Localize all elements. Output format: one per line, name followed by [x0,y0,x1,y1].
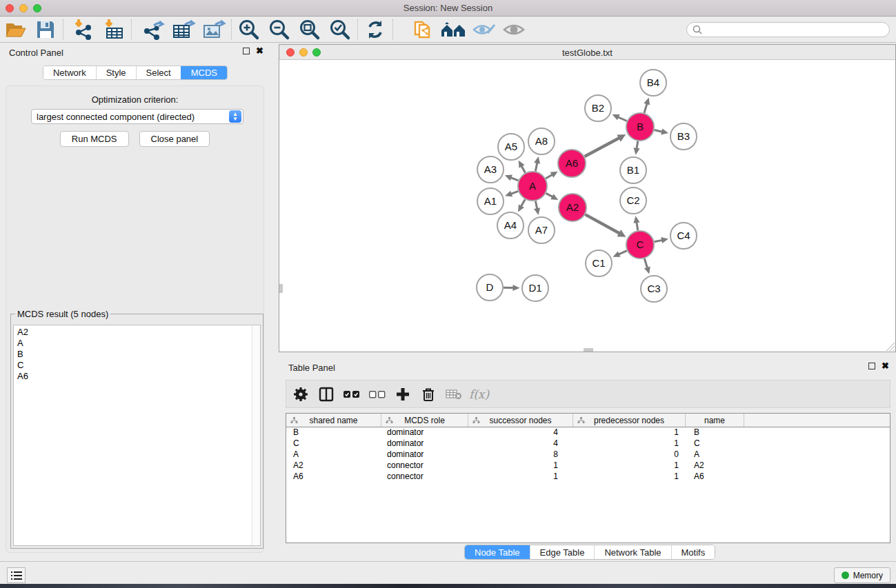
table-cell[interactable]: 1 [468,460,573,472]
close-window-button[interactable] [6,4,14,12]
close-panel-button[interactable]: Close panel [139,131,210,147]
network-window-titlebar[interactable]: testGlobe.txt [279,45,895,60]
table-cell[interactable]: A [686,449,744,460]
table-cell[interactable] [744,449,890,460]
graph-edge-C-C1[interactable] [619,251,627,254]
graph-edge-A-A3[interactable] [510,178,518,181]
tab-network-table[interactable]: Network Table [594,545,670,559]
graph-edge-A-A8[interactable] [535,163,537,172]
graph-node-C4[interactable]: C4 [670,223,697,249]
hide-details-button[interactable] [468,17,499,42]
graph-edge-A-A1[interactable] [511,191,519,194]
graph-edge-A-A6[interactable] [546,174,552,179]
export-image-button[interactable] [199,17,229,42]
table-cell[interactable]: A6 [686,472,744,483]
graph-edge-A-A5[interactable] [521,166,525,173]
mcds-result-item[interactable]: A6 [17,371,252,382]
table-cell[interactable]: 1 [573,438,686,449]
horizontal-scroll-thumb[interactable] [584,348,593,352]
criterion-select[interactable]: largest connected component (directed) ▲… [31,109,243,124]
graph-node-C2[interactable]: C2 [620,187,646,214]
window-titlebar[interactable]: Session: New Session [0,0,896,17]
search-field[interactable] [686,22,890,37]
graph-edge-B-B4[interactable] [644,103,647,113]
mcds-result-item[interactable]: B [17,349,252,360]
task-history-button[interactable] [7,567,26,583]
split-columns-button[interactable] [313,382,339,407]
save-session-button[interactable] [30,17,61,42]
open-session-button[interactable] [0,17,30,42]
graph-node-A4[interactable]: A4 [497,212,524,239]
zoom-window-button[interactable] [33,4,41,12]
table-cell[interactable]: 1 [573,427,686,438]
search-input[interactable] [705,25,889,34]
table-cell[interactable]: 1 [573,460,686,472]
table-cell[interactable]: 1 [573,472,686,483]
graph-node-D1[interactable]: D1 [522,275,548,301]
table-cell[interactable] [744,438,890,449]
zoom-fit-button[interactable] [295,17,325,42]
table-cell[interactable]: connector [381,472,468,483]
table-cell[interactable]: 4 [468,438,573,449]
tab-edge-table[interactable]: Edge Table [530,545,595,559]
column-header-successor-nodes[interactable]: successor nodes [468,414,573,427]
zoom-selected-button[interactable] [325,17,355,42]
close-panel-icon[interactable]: ✖ [256,48,263,54]
table-row[interactable]: Adominator80A [286,449,890,460]
zoom-out-button[interactable] [264,17,295,42]
graph-node-B4[interactable]: B4 [640,70,666,96]
tab-style[interactable]: Style [96,66,136,79]
deselect-all-button[interactable] [364,382,390,407]
graph-node-A[interactable]: A [518,172,547,201]
import-table-button[interactable] [99,17,129,42]
tab-network[interactable]: Network [43,66,96,79]
float-panel-icon[interactable] [243,48,250,54]
mcds-result-item[interactable]: C [17,360,252,371]
graph-edge-B-B3[interactable] [654,130,662,132]
column-header-name[interactable]: name [686,414,744,427]
graph-node-C[interactable]: C [626,231,654,258]
zoom-in-button[interactable] [234,17,264,42]
table-cell[interactable]: 0 [573,449,686,460]
table-cell[interactable]: 1 [468,472,573,483]
table-cell[interactable]: A2 [286,460,381,472]
graph-edge-C-C2[interactable] [637,222,638,230]
table-cell[interactable]: C [686,438,744,449]
first-neighbors-button[interactable] [438,17,468,42]
graph-edge-A-A4[interactable] [521,199,525,206]
tab-select[interactable]: Select [136,66,181,79]
column-header-mcds-role[interactable]: MCDS role [381,414,468,427]
graph-edge-C-C3[interactable] [644,258,647,268]
vertical-scroll-thumb[interactable] [279,284,283,293]
graph-edge-A-A7[interactable] [535,201,537,210]
table-settings-button[interactable] [288,382,313,407]
graph-node-A5[interactable]: A5 [498,134,524,160]
graph-node-C1[interactable]: C1 [586,250,612,276]
column-header-shared-name[interactable]: shared name [286,414,381,427]
graph-node-A6[interactable]: A6 [558,150,586,177]
table-cell[interactable] [744,427,890,438]
table-cell[interactable]: C [286,438,381,449]
table-cell[interactable]: A6 [286,472,381,483]
tab-node-table[interactable]: Node Table [465,545,530,559]
graph-edge-B-B2[interactable] [618,117,627,121]
table-row[interactable]: Bdominator41B [286,427,890,438]
select-all-button[interactable] [339,382,364,407]
export-table-button[interactable] [168,17,199,42]
graph-edge-A6-B[interactable] [585,138,620,156]
delete-table-button[interactable] [441,382,466,407]
function-builder-button[interactable]: f(x) [466,382,492,407]
mcds-result-item[interactable]: A2 [17,327,252,338]
table-row[interactable]: A6connector11A6 [286,472,890,483]
delete-button[interactable] [415,382,441,407]
table-cell[interactable]: 8 [468,449,573,460]
export-network-button[interactable] [138,17,168,42]
table-cell[interactable]: 4 [468,427,573,438]
graph-node-C3[interactable]: C3 [641,276,667,302]
graph-node-A8[interactable]: A8 [528,128,555,154]
table-cell[interactable]: A [286,449,381,460]
table-cell[interactable] [744,472,890,483]
network-canvas[interactable]: B4B2BB3A5A8A6B1A3AA1A2C2A4A7C4CC1C3DD1 [279,60,895,352]
table-row[interactable]: A2connector11A2 [286,460,890,472]
graph-node-B3[interactable]: B3 [670,123,697,150]
